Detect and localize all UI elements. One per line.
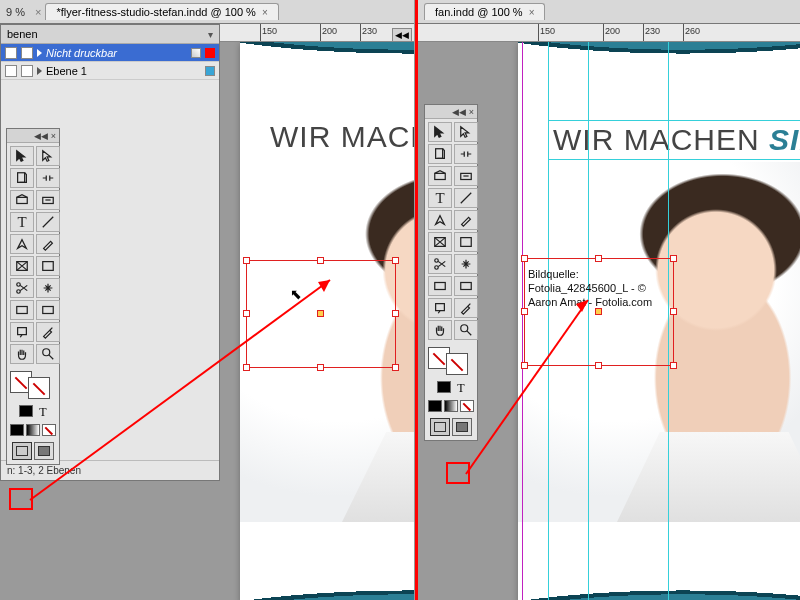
preview-view-mode-icon[interactable] — [34, 442, 54, 460]
panel-menu-icon[interactable]: ▾ — [208, 29, 213, 40]
pen-tool-icon[interactable] — [428, 210, 452, 230]
design-curve — [518, 522, 800, 600]
stroke-swatch[interactable] — [28, 377, 50, 399]
svg-point-6 — [17, 283, 21, 287]
pencil-tool-icon[interactable] — [36, 234, 60, 254]
pencil-tool-icon[interactable] — [454, 210, 478, 230]
visibility-icon[interactable] — [5, 47, 17, 59]
normal-view-mode-icon[interactable] — [430, 418, 450, 436]
content-placer-icon[interactable] — [454, 166, 478, 186]
layer-color-swatch — [205, 48, 215, 58]
design-curve — [240, 42, 414, 122]
free-transform-tool-icon[interactable] — [36, 278, 60, 298]
close-icon[interactable]: × — [529, 7, 535, 18]
line-tool-icon[interactable] — [36, 212, 60, 232]
gradient-feather-tool-icon[interactable] — [454, 276, 478, 296]
image-credit-text: Bildquelle: Fotolia_42845600_L - © Aaron… — [528, 267, 652, 309]
svg-rect-20 — [435, 283, 446, 290]
hand-tool-icon[interactable] — [428, 320, 452, 340]
line-tool-icon[interactable] — [454, 188, 478, 208]
formatting-container-icon[interactable] — [19, 405, 33, 417]
gap-tool-icon[interactable] — [454, 144, 478, 164]
lock-icon[interactable] — [21, 47, 33, 59]
eyedropper-tool-icon[interactable] — [454, 298, 478, 318]
pen-target-icon[interactable] — [191, 48, 201, 58]
disclosure-icon[interactable] — [37, 67, 42, 75]
palette-collapse-icon[interactable]: ◀◀ × — [425, 105, 477, 119]
palette-collapse-icon[interactable]: ◀◀ × — [7, 129, 59, 143]
normal-view-mode-icon[interactable] — [12, 442, 32, 460]
direct-selection-tool-icon[interactable] — [36, 146, 60, 166]
layer-color-swatch — [205, 66, 215, 76]
close-icon[interactable]: × — [262, 7, 268, 18]
content-collector-icon[interactable] — [10, 190, 34, 210]
scissors-tool-icon[interactable] — [10, 278, 34, 298]
cursor-icon: ⬉ — [290, 286, 302, 302]
preview-view-mode-icon[interactable] — [452, 418, 472, 436]
zoom-tool-icon[interactable] — [454, 320, 478, 340]
eyedropper-tool-icon[interactable] — [36, 322, 60, 342]
type-tool-icon[interactable]: T — [10, 212, 34, 232]
page-tool-icon[interactable] — [428, 144, 452, 164]
formatting-container-icon[interactable] — [437, 381, 451, 393]
selection-tool-icon[interactable] — [428, 122, 452, 142]
zoom-tool-icon[interactable] — [36, 344, 60, 364]
gradient-swatch-tool-icon[interactable] — [10, 300, 34, 320]
note-tool-icon[interactable] — [10, 322, 34, 342]
svg-point-10 — [43, 349, 50, 356]
rectangle-frame-tool-icon[interactable] — [10, 256, 34, 276]
margin-guide[interactable] — [522, 42, 523, 600]
lock-icon[interactable] — [21, 65, 33, 77]
layer-row[interactable]: Nicht druckbar — [1, 44, 219, 62]
layers-panel-title: benen — [7, 28, 38, 40]
free-transform-tool-icon[interactable] — [454, 254, 478, 274]
document-tab[interactable]: *flyer-fitness-studio-stefan.indd @ 100 … — [45, 3, 278, 20]
gradient-feather-tool-icon[interactable] — [36, 300, 60, 320]
content-placer-icon[interactable] — [36, 190, 60, 210]
page-tool-icon[interactable] — [10, 168, 34, 188]
scissors-tool-icon[interactable] — [428, 254, 452, 274]
formatting-text-icon[interactable]: T — [457, 381, 464, 396]
stroke-swatch[interactable] — [446, 353, 468, 375]
svg-rect-0 — [18, 173, 25, 183]
hand-tool-icon[interactable] — [10, 344, 34, 364]
design-curve — [240, 522, 414, 600]
tool-palette: ◀◀ × T — [6, 128, 60, 465]
svg-rect-1 — [17, 197, 28, 203]
left-screenshot: 9 % × *flyer-fitness-studio-stefan.indd … — [0, 0, 414, 600]
rectangle-frame-tool-icon[interactable] — [428, 232, 452, 252]
visibility-icon[interactable] — [5, 65, 17, 77]
pen-tool-icon[interactable] — [10, 234, 34, 254]
gap-tool-icon[interactable] — [36, 168, 60, 188]
direct-selection-tool-icon[interactable] — [454, 122, 478, 142]
apply-none-icon[interactable] — [460, 400, 474, 412]
rectangle-tool-icon[interactable] — [36, 256, 60, 276]
apply-color-icon[interactable] — [428, 400, 442, 412]
layer-row[interactable]: Ebene 1 — [1, 62, 219, 80]
close-icon[interactable]: × — [31, 6, 45, 18]
apply-gradient-icon[interactable] — [26, 424, 40, 436]
headline-accent: SIE FIT! — [769, 123, 800, 156]
horizontal-ruler[interactable]: 150 200 230 260 — [418, 24, 800, 42]
formatting-text-icon[interactable]: T — [39, 405, 46, 420]
apply-gradient-icon[interactable] — [444, 400, 458, 412]
apply-color-icon[interactable] — [10, 424, 24, 436]
svg-rect-7 — [17, 307, 28, 314]
headline-frame[interactable]: WIR MACHEN SIE FIT! — [548, 120, 800, 160]
selection-tool-icon[interactable] — [10, 146, 34, 166]
note-tool-icon[interactable] — [428, 298, 452, 318]
type-tool-icon[interactable]: T — [428, 188, 452, 208]
disclosure-icon[interactable] — [37, 49, 42, 57]
headline-text: WIR MACHEN — [553, 123, 769, 156]
document-tabbar: 9 % × *flyer-fitness-studio-stefan.indd … — [0, 0, 414, 24]
svg-point-5 — [17, 290, 21, 294]
selected-frame[interactable] — [246, 260, 396, 368]
rectangle-tool-icon[interactable] — [454, 232, 478, 252]
document-tab[interactable]: fan.indd @ 100 % × — [424, 3, 545, 20]
layers-panel-header[interactable]: benen ▾ — [1, 25, 219, 44]
apply-none-icon[interactable] — [42, 424, 56, 436]
content-collector-icon[interactable] — [428, 166, 452, 186]
gradient-swatch-tool-icon[interactable] — [428, 276, 452, 296]
panel-collapse-icon[interactable]: ◀◀ — [392, 28, 412, 42]
design-curve — [518, 42, 800, 122]
